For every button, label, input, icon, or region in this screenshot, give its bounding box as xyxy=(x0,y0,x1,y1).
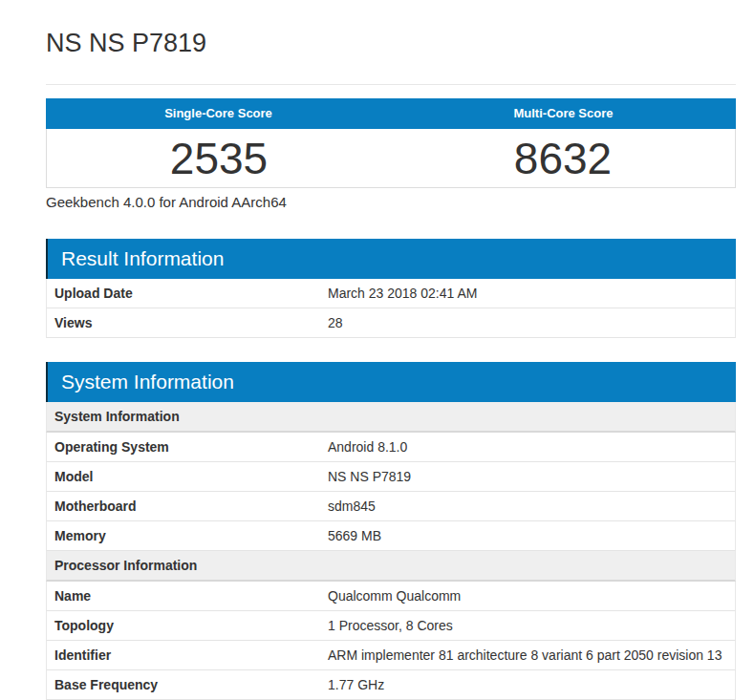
result-information-panel: Result Information Upload Date March 23 … xyxy=(46,239,736,338)
page-container: NS NS P7819 Single-Core Score Multi-Core… xyxy=(46,27,736,700)
system-information-panel: System Information System Information Op… xyxy=(46,362,736,700)
row-value: NS NS P7819 xyxy=(322,469,735,484)
title-divider xyxy=(46,84,736,85)
row-label: Topology xyxy=(47,618,322,633)
single-core-score-label: Single-Core Score xyxy=(46,98,391,129)
row-value: sdm845 xyxy=(322,498,735,514)
multi-core-score-value: 8632 xyxy=(391,129,735,187)
row-value: March 23 2018 02:41 AM xyxy=(322,286,735,301)
score-banner-header: Single-Core Score Multi-Core Score xyxy=(46,98,736,129)
table-row: Memory 5669 MB xyxy=(46,521,736,551)
row-value: 5669 MB xyxy=(322,528,735,543)
processor-information-subheader: Processor Information xyxy=(46,551,736,582)
benchmark-version-caption: Geekbench 4.0.0 for Android AArch64 xyxy=(46,194,736,211)
row-value: Android 8.1.0 xyxy=(322,439,735,455)
score-banner-body: 2535 8632 xyxy=(46,129,736,188)
system-information-header: System Information xyxy=(46,362,736,402)
row-label: Views xyxy=(47,315,322,330)
table-row: Upload Date March 23 2018 02:41 AM xyxy=(46,279,736,308)
row-label: Motherboard xyxy=(47,498,322,514)
multi-core-score-label: Multi-Core Score xyxy=(391,98,736,129)
row-label: Base Frequency xyxy=(47,677,322,692)
single-core-score-value: 2535 xyxy=(47,129,391,187)
table-row: Identifier ARM implementer 81 architectu… xyxy=(46,641,736,670)
row-label: Upload Date xyxy=(47,286,322,301)
row-value: 1 Processor, 8 Cores xyxy=(322,618,735,633)
system-information-subheader: System Information xyxy=(46,402,736,433)
score-banner: Single-Core Score Multi-Core Score 2535 … xyxy=(46,98,736,188)
row-label: Operating System xyxy=(47,439,322,455)
table-row: Name Qualcomm Qualcomm xyxy=(46,582,736,611)
row-label: Name xyxy=(47,588,322,604)
table-row: Base Frequency 1.77 GHz xyxy=(46,670,736,700)
row-value: 28 xyxy=(322,315,735,330)
row-label: Model xyxy=(47,469,322,484)
table-row: Motherboard sdm845 xyxy=(46,492,736,521)
table-row: Topology 1 Processor, 8 Cores xyxy=(46,611,736,641)
row-value: ARM implementer 81 architecture 8 varian… xyxy=(322,647,735,663)
row-value: Qualcomm Qualcomm xyxy=(322,588,735,604)
table-row: Operating System Android 8.1.0 xyxy=(46,433,736,462)
result-information-header: Result Information xyxy=(46,239,736,279)
row-label: Memory xyxy=(47,528,322,543)
row-value: 1.77 GHz xyxy=(322,677,735,692)
page-title: NS NS P7819 xyxy=(46,27,736,59)
table-row: Model NS NS P7819 xyxy=(46,462,736,492)
row-label: Identifier xyxy=(47,647,322,663)
table-row: Views 28 xyxy=(46,308,736,338)
